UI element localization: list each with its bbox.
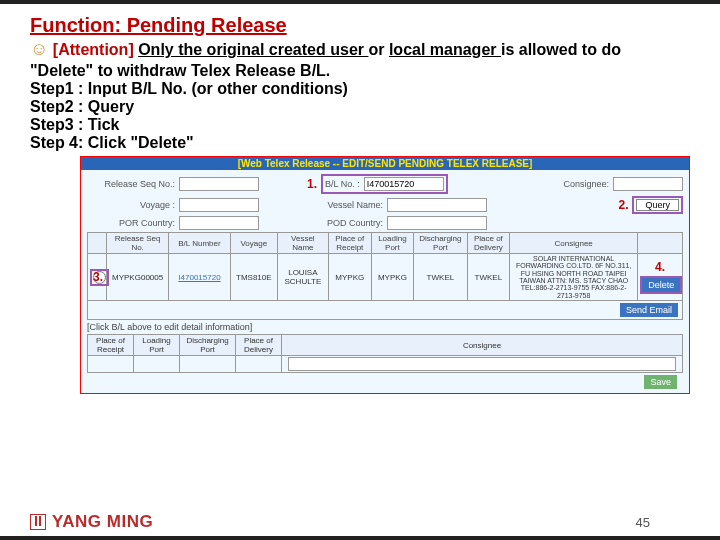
footer: YANG MING — [30, 512, 153, 532]
th2-consignee: Consignee — [282, 335, 683, 356]
bl-link[interactable]: I470015720 — [178, 273, 220, 282]
attention-p1: Only the original created user — [138, 41, 368, 58]
th-pod: Place of Delivery — [467, 233, 510, 254]
th-bl: B/L Number — [169, 233, 231, 254]
pod-input[interactable] — [387, 216, 487, 230]
blno-input[interactable] — [364, 177, 444, 191]
label-voyage: Voyage : — [87, 200, 175, 210]
th2-por: Place of Receipt — [88, 335, 134, 356]
th-seq: Release Seq No. — [107, 233, 169, 254]
logo-icon — [30, 514, 46, 530]
th-por: Place of Receipt — [328, 233, 371, 254]
th-lp: Loading Port — [371, 233, 414, 254]
hint-text: [Click B/L above to edit detail informat… — [87, 320, 683, 334]
th-vessel: Vessel Name — [277, 233, 328, 254]
attention-p3: local manager — [389, 41, 501, 58]
delete-highlight: Delete — [640, 276, 682, 294]
detail-table: Place of Receipt Loading Port Dischargin… — [87, 334, 683, 373]
cell-bl[interactable]: I470015720 — [169, 254, 231, 301]
th-consignee: Consignee — [510, 233, 638, 254]
step-1: Step1 : Input B/L No. (or other conditio… — [30, 80, 690, 98]
annotation-1: 1. — [307, 177, 317, 191]
voyage-input[interactable] — [179, 198, 259, 212]
label-blno: B/L No. : — [325, 179, 360, 189]
table-row[interactable]: 3. MYPKG00005 I470015720 TMS810E LOUISA … — [88, 254, 683, 301]
annotation-4: 4. — [640, 260, 680, 274]
th2-lp: Loading Port — [134, 335, 180, 356]
step-4: Step 4: Click "Delete" — [30, 134, 690, 152]
release-seq-input[interactable] — [179, 177, 259, 191]
th2-pod: Place of Delivery — [236, 335, 282, 356]
annotation-2: 2. — [618, 198, 628, 212]
por-input[interactable] — [179, 216, 259, 230]
bottom-stripe — [0, 536, 720, 540]
th-dp: Discharging Port — [414, 233, 467, 254]
label-consignee: Consignee: — [543, 179, 609, 189]
send-email-row: Send Email — [87, 301, 683, 320]
label-release-seq: Release Seq No.: — [87, 179, 175, 189]
search-form: Release Seq No.: 1. B/L No. : Consignee:… — [81, 170, 689, 393]
save-row: Save — [87, 373, 683, 391]
cell-voyage: TMS810E — [230, 254, 277, 301]
content-area: Function: Pending Release ☺ [Attention] … — [0, 4, 720, 152]
attention-line: ☺ [Attention] Only the original created … — [30, 39, 690, 60]
attention-p2: or — [368, 41, 388, 58]
th-voyage: Voyage — [230, 233, 277, 254]
cell-consignee: SOLAR INTERNATIONAL FORWARDING CO.LTD. 6… — [510, 254, 638, 301]
query-button[interactable]: Query — [636, 199, 679, 211]
table-header-row: Release Seq No. B/L Number Voyage Vessel… — [88, 233, 683, 254]
results-table: Release Seq No. B/L Number Voyage Vessel… — [87, 232, 683, 301]
blno-highlight: B/L No. : — [321, 174, 448, 194]
annotation-3: 3. — [93, 270, 103, 284]
brand-name: YANG MING — [52, 512, 153, 532]
cell-dp: TWKEL — [414, 254, 467, 301]
app-window: [Web Telex Release -- EDIT/SEND PENDING … — [80, 156, 690, 394]
consignee-input[interactable] — [613, 177, 683, 191]
attention-p4: is allowed to do — [501, 41, 621, 58]
detail-consignee-input[interactable] — [288, 357, 676, 371]
th-action — [638, 233, 683, 254]
attention-tag: [Attention] — [53, 41, 138, 58]
step-2: Step2 : Query — [30, 98, 690, 116]
page-number: 45 — [636, 515, 650, 530]
cell-por: MYPKG — [328, 254, 371, 301]
cell-vessel: LOUISA SCHULTE — [277, 254, 328, 301]
th2-dp: Discharging Port — [180, 335, 236, 356]
save-button[interactable]: Save — [644, 375, 677, 389]
cell-seq: MYPKG00005 — [107, 254, 169, 301]
send-email-button[interactable]: Send Email — [620, 303, 678, 317]
function-title: Function: Pending Release — [30, 14, 690, 37]
cell-lp: MYPKG — [371, 254, 414, 301]
vessel-input[interactable] — [387, 198, 487, 212]
label-pod: POD Country: — [313, 218, 383, 228]
smile-icon: ☺ — [30, 39, 48, 59]
step-3: Step3 : Tick — [30, 116, 690, 134]
delete-button[interactable]: Delete — [642, 278, 680, 292]
label-vessel: Vessel Name: — [313, 200, 383, 210]
query-highlight: Query — [632, 196, 683, 214]
attention-line-2: "Delete" to withdraw Telex Release B/L. — [30, 62, 690, 80]
label-por: POR Country: — [87, 218, 175, 228]
cell-pod: TWKEL — [467, 254, 510, 301]
th-tick — [88, 233, 107, 254]
app-title: [Web Telex Release -- EDIT/SEND PENDING … — [81, 157, 689, 170]
